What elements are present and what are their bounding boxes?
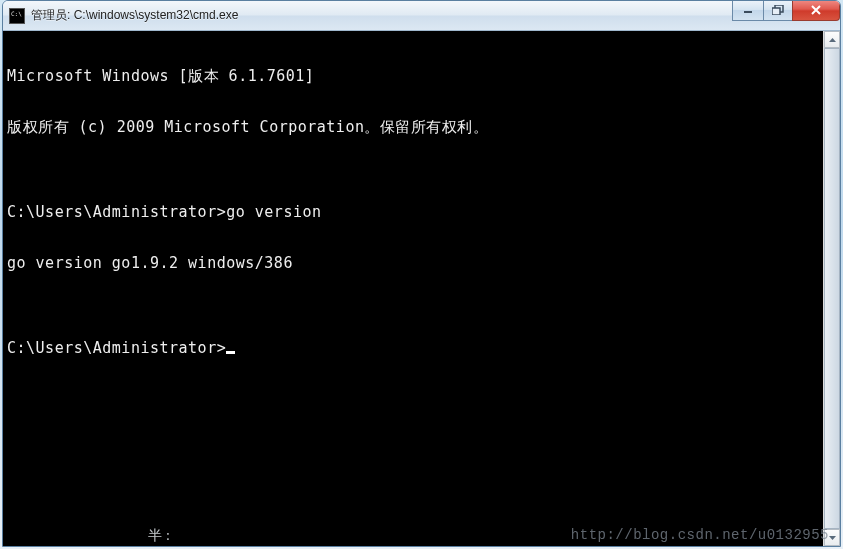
terminal-output[interactable]: Microsoft Windows [版本 6.1.7601] 版权所有 (c)…: [3, 31, 823, 546]
svg-rect-0: [744, 11, 752, 13]
minimize-button[interactable]: [732, 0, 764, 21]
restore-button[interactable]: [763, 0, 793, 21]
minimize-icon: [743, 6, 753, 14]
stray-text: 半:: [148, 527, 174, 545]
watermark-text: http://blog.csdn.net/u0132955: [571, 527, 829, 543]
terminal-area: Microsoft Windows [版本 6.1.7601] 版权所有 (c)…: [3, 31, 840, 546]
terminal-prompt-line: C:\Users\Administrator>: [7, 340, 819, 357]
terminal-line: go version go1.9.2 windows/386: [7, 255, 819, 272]
vertical-scrollbar[interactable]: [823, 31, 840, 546]
terminal-line: 版权所有 (c) 2009 Microsoft Corporation。保留所有…: [7, 119, 819, 136]
chevron-up-icon: [829, 38, 836, 42]
window-controls: [733, 0, 840, 21]
terminal-line: C:\Users\Administrator>go version: [7, 204, 819, 221]
terminal-line: Microsoft Windows [版本 6.1.7601]: [7, 68, 819, 85]
scroll-up-button[interactable]: [824, 31, 840, 48]
window-title: 管理员: C:\windows\system32\cmd.exe: [31, 7, 238, 24]
cmd-icon: [9, 8, 25, 24]
titlebar[interactable]: 管理员: C:\windows\system32\cmd.exe: [3, 1, 840, 31]
chevron-down-icon: [829, 536, 836, 540]
cmd-window: 管理员: C:\windows\system32\cmd.exe Microso…: [2, 0, 841, 547]
cursor: [226, 351, 235, 354]
close-icon: [810, 5, 822, 15]
close-button[interactable]: [792, 0, 840, 21]
restore-icon: [772, 5, 784, 15]
svg-rect-2: [772, 8, 780, 15]
scrollbar-track[interactable]: [824, 48, 840, 529]
scrollbar-thumb[interactable]: [824, 48, 840, 529]
terminal-prompt: C:\Users\Administrator>: [7, 339, 226, 357]
